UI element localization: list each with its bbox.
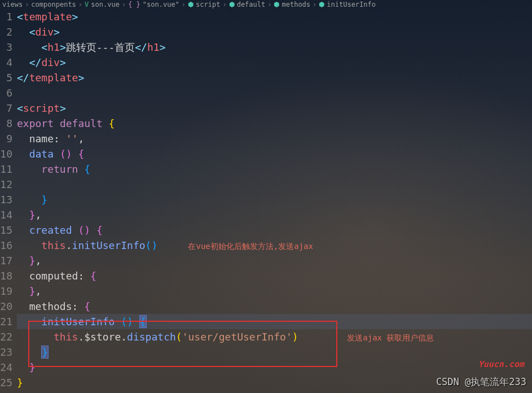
chevron-right-icon: ›	[78, 1, 82, 8]
code-content[interactable]: <template> <div> <h1>跳转页---首页</h1> </div…	[17, 9, 532, 390]
breadcrumb-item[interactable]: views	[2, 1, 23, 8]
code-line[interactable]: </div>	[17, 55, 532, 70]
chevron-right-icon: ›	[182, 1, 186, 8]
code-line[interactable]: data () {	[17, 146, 532, 161]
code-line[interactable]: <script>	[17, 101, 532, 116]
code-line[interactable]: initUserInfo () {	[17, 314, 532, 329]
code-line[interactable]: created () {	[17, 222, 532, 238]
chevron-right-icon: ›	[313, 1, 316, 8]
code-line[interactable]: <h1>跳转页---首页</h1>	[17, 40, 532, 55]
line-gutter: 1 2 3 4 5 6 7 8 9 10 11 12 13 14 15 16 1…	[0, 9, 17, 390]
code-line[interactable]: export default {	[17, 116, 532, 131]
vue-icon: V	[85, 1, 89, 8]
breadcrumb-item[interactable]: "son.vue"	[143, 1, 179, 8]
code-line[interactable]: computed: {	[17, 268, 532, 283]
chevron-right-icon: ›	[25, 1, 29, 8]
chevron-right-icon: ›	[122, 1, 126, 8]
code-editor[interactable]: 1 2 3 4 5 6 7 8 9 10 11 12 13 14 15 16 1…	[0, 9, 532, 390]
code-line[interactable]: }	[17, 344, 532, 360]
code-line[interactable]	[17, 85, 532, 101]
code-line[interactable]: methods: {	[17, 299, 532, 314]
cube-icon: ⬢	[274, 1, 279, 8]
breadcrumb-item[interactable]: son.vue	[91, 1, 120, 8]
code-line[interactable]	[17, 177, 532, 192]
code-line[interactable]: </template>	[17, 70, 532, 85]
code-line[interactable]: name: '',	[17, 131, 532, 146]
braces-icon: { }	[128, 1, 140, 8]
breadcrumb-item[interactable]: componpents	[31, 1, 76, 8]
code-line[interactable]: }	[17, 192, 532, 207]
cube-icon: ⬢	[319, 1, 324, 8]
code-line[interactable]: return {	[17, 161, 532, 177]
watermark-csdn: CSDN @执笔流年233	[436, 375, 526, 388]
code-line[interactable]: this.$store.dispatch('user/getUserInfo')…	[17, 329, 532, 344]
code-line[interactable]: <div>	[17, 24, 532, 40]
chevron-right-icon: ›	[222, 1, 226, 8]
code-line[interactable]: },	[17, 207, 532, 222]
code-line[interactable]: <template>	[17, 9, 532, 24]
breadcrumb[interactable]: views › componpents › V son.vue › { } "s…	[0, 0, 532, 9]
breadcrumb-item[interactable]: methods	[282, 1, 310, 8]
chevron-right-icon: ›	[267, 1, 271, 8]
cube-icon: ⬢	[229, 1, 235, 8]
cube-icon: ⬢	[188, 1, 194, 8]
breadcrumb-item[interactable]: script	[196, 1, 220, 8]
code-line[interactable]: }	[17, 360, 532, 375]
watermark-yuucn: Yuucn.com	[478, 359, 524, 369]
breadcrumb-item[interactable]: default	[237, 1, 266, 8]
code-line[interactable]: },	[17, 283, 532, 299]
code-line[interactable]: this.initUserInfo() 在vue初始化后触发方法,发送ajax	[17, 238, 532, 253]
breadcrumb-item[interactable]: initUserInfo	[327, 1, 376, 8]
code-line[interactable]: },	[17, 253, 532, 268]
